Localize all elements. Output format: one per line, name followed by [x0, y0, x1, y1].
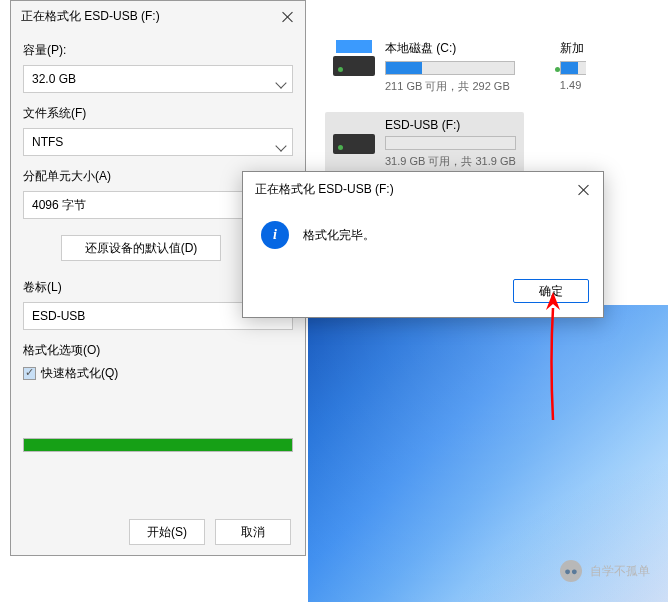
drive-usage-text: 1.49 [560, 79, 586, 91]
drive-usage-text: 211 GB 可用，共 292 GB [385, 79, 515, 94]
watermark-text: 自学不孤单 [590, 563, 650, 580]
drive-name: 新加 [560, 40, 586, 57]
close-icon[interactable] [577, 183, 591, 197]
quick-format-checkbox[interactable] [23, 367, 36, 380]
drive-usage-bar [560, 61, 586, 75]
message-text: 格式化完毕。 [303, 227, 375, 244]
drive-item-new[interactable]: 新加 1.49 [542, 34, 586, 179]
message-dialog-titlebar: 正在格式化 ESD-USB (F:) [243, 172, 603, 207]
info-icon: i [261, 221, 289, 249]
drive-usage-text: 31.9 GB 可用，共 31.9 GB [385, 154, 516, 169]
wechat-icon: ●● [560, 560, 582, 582]
chevron-down-icon [277, 76, 285, 90]
start-button[interactable]: 开始(S) [129, 519, 205, 545]
drive-name: ESD-USB (F:) [385, 118, 516, 132]
format-dialog-titlebar: 正在格式化 ESD-USB (F:) [11, 1, 305, 32]
desktop-wallpaper [308, 305, 668, 602]
drive-icon [333, 118, 375, 154]
cancel-button[interactable]: 取消 [215, 519, 291, 545]
drive-usage-bar [385, 136, 516, 150]
filesystem-select[interactable] [23, 128, 293, 156]
quick-format-label: 快速格式化(Q) [41, 365, 118, 382]
capacity-select[interactable] [23, 65, 293, 93]
drive-item-c[interactable]: 本地磁盘 (C:) 211 GB 可用，共 292 GB [325, 34, 524, 104]
chevron-down-icon [277, 139, 285, 153]
format-dialog-title: 正在格式化 ESD-USB (F:) [21, 8, 160, 25]
close-icon[interactable] [281, 10, 295, 24]
message-dialog: 正在格式化 ESD-USB (F:) i 格式化完毕。 确定 [242, 171, 604, 318]
message-dialog-title: 正在格式化 ESD-USB (F:) [255, 181, 394, 198]
drive-item-f[interactable]: ESD-USB (F:) 31.9 GB 可用，共 31.9 GB [325, 112, 524, 179]
capacity-label: 容量(P): [23, 42, 293, 59]
drive-icon [333, 40, 375, 76]
format-progress-bar [23, 438, 293, 452]
filesystem-value[interactable] [23, 128, 293, 156]
drive-usage-bar [385, 61, 515, 75]
filesystem-label: 文件系统(F) [23, 105, 293, 122]
format-options-label: 格式化选项(O) [23, 342, 293, 359]
drive-name: 本地磁盘 (C:) [385, 40, 515, 57]
restore-defaults-button[interactable]: 还原设备的默认值(D) [61, 235, 221, 261]
capacity-value[interactable] [23, 65, 293, 93]
drive-list: 本地磁盘 (C:) 211 GB 可用，共 292 GB ESD-USB (F:… [325, 34, 660, 179]
watermark: ●● 自学不孤单 [560, 560, 650, 582]
ok-button[interactable]: 确定 [513, 279, 589, 303]
